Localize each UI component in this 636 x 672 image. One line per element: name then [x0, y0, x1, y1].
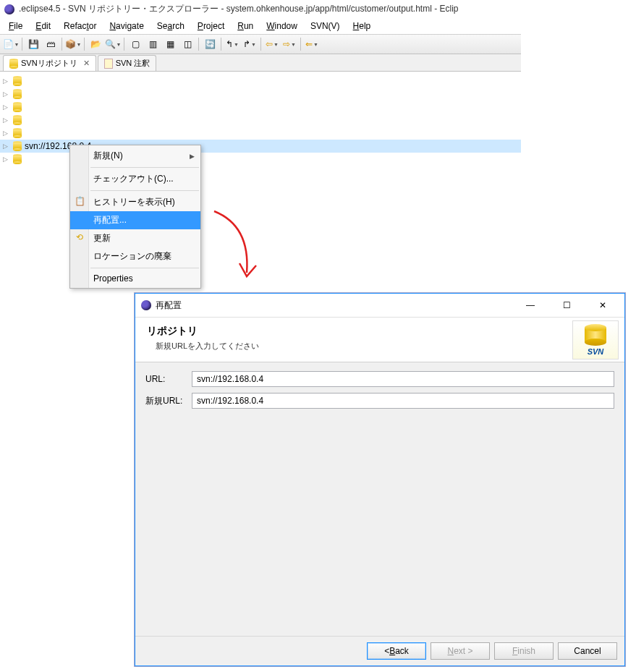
layout-4-button[interactable]: ◫ — [179, 36, 195, 52]
dialog-header: リポジトリ 新規URLを入力してください SVN — [135, 318, 624, 362]
menu-refactor[interactable]: Refactor — [58, 20, 102, 33]
context-separator — [90, 167, 199, 168]
layout-2-button[interactable]: ▥ — [145, 36, 161, 52]
tab-svn-repositories[interactable]: SVNリポジトリ ✕ — [3, 55, 96, 71]
back-button[interactable]: < Back — [367, 642, 426, 660]
context-discard[interactable]: ロケーションの廃棄 — [70, 247, 200, 265]
repository-icon — [13, 102, 22, 112]
svn-logo-text: SVN — [588, 347, 604, 356]
menu-edit[interactable]: Edit — [30, 20, 56, 33]
close-button[interactable]: ✕ — [587, 297, 619, 313]
submenu-arrow-icon: ▶ — [190, 153, 195, 160]
new-url-field-row: 新規URL: — [145, 393, 614, 409]
next-button[interactable]: Next > — [431, 642, 490, 660]
context-properties[interactable]: Properties — [70, 271, 200, 286]
title-bar: .eclipse4.5 - SVN リポジトリー・エクスプローラー - syst… — [0, 0, 521, 18]
save-button[interactable]: 💾 — [25, 36, 41, 52]
toolbar-separator — [22, 38, 22, 51]
context-separator — [90, 190, 199, 191]
new-url-input[interactable] — [192, 393, 614, 409]
url-input[interactable] — [192, 371, 614, 387]
tree-item[interactable]: ▷ — [0, 101, 521, 114]
tab-label: SVNリポジトリ — [21, 58, 77, 69]
dialog-subtext: 新規URLを入力してください — [147, 341, 613, 352]
eclipse-icon — [4, 4, 14, 14]
eclipse-icon — [141, 300, 151, 310]
repository-icon — [13, 141, 22, 151]
tree-item[interactable]: ▷ — [0, 114, 521, 127]
context-refresh[interactable]: ⟲ 更新 — [70, 229, 200, 247]
refresh-icon: ⟲ — [74, 231, 85, 243]
finish-button[interactable]: Finish — [494, 642, 554, 660]
forward-button[interactable]: ⇨▼ — [281, 36, 297, 52]
context-item-label: チェックアウト(C)... — [93, 173, 174, 185]
minimize-button[interactable]: — — [514, 297, 546, 313]
tab-svn-annotate[interactable]: SVN 注釈 — [98, 55, 157, 71]
menu-window[interactable]: Window — [260, 20, 303, 33]
repository-icon — [13, 115, 22, 125]
context-item-label: 新規(N) — [93, 150, 123, 162]
back-button[interactable]: ⇦▼ — [264, 36, 280, 52]
context-checkout[interactable]: チェックアウト(C)... — [70, 170, 200, 188]
tree-item[interactable]: ▷ — [0, 127, 521, 140]
url-label: URL: — [145, 374, 186, 384]
context-new[interactable]: 新規(N) ▶ — [70, 147, 200, 165]
tree-item[interactable]: ▷ — [0, 88, 521, 101]
context-separator — [90, 268, 199, 268]
toolbar-separator — [300, 38, 301, 51]
toolbar-separator — [84, 38, 85, 51]
svn-logo: SVN — [572, 320, 619, 360]
context-item-label: 再配置... — [93, 214, 127, 226]
context-menu: 新規(N) ▶ チェックアウト(C)... 📋 ヒストリーを表示(H) 再配置.… — [69, 145, 201, 289]
new-button[interactable]: 📄▼ — [3, 36, 19, 52]
package-button[interactable]: 📦▼ — [65, 36, 81, 52]
toolbar-separator — [198, 38, 199, 51]
toolbar: 📄▼ 💾 🗃 📦▼ 📂 🔍▼ ▢ ▥ ▦ ◫ 🔄 ↰▼ ↱▼ ⇦▼ ⇨▼ ⇐▼ — [0, 34, 521, 54]
window-title: .eclipse4.5 - SVN リポジトリー・エクスプローラー - syst… — [19, 3, 459, 15]
context-item-label: ヒストリーを表示(H) — [93, 196, 175, 208]
url-field-row: URL: — [145, 371, 614, 387]
context-item-label: 更新 — [93, 232, 111, 244]
tree-item[interactable]: ▷ — [0, 75, 521, 88]
history-icon: 📋 — [74, 195, 85, 207]
cancel-button[interactable]: Cancel — [558, 642, 617, 660]
context-history[interactable]: 📋 ヒストリーを表示(H) — [70, 193, 200, 211]
document-icon — [104, 59, 113, 69]
menu-search[interactable]: Search — [151, 20, 190, 33]
menu-run[interactable]: Run — [232, 20, 259, 33]
menu-svn[interactable]: SVN(V) — [305, 20, 346, 33]
dialog-heading: リポジトリ — [147, 325, 613, 338]
open-button[interactable]: 📂 — [88, 36, 103, 52]
history-back-button[interactable]: ⇐▼ — [304, 36, 320, 52]
relocate-dialog: 再配置 — ☐ ✕ リポジトリ 新規URLを入力してください SVN URL: … — [135, 293, 625, 666]
menu-file[interactable]: File — [3, 20, 28, 33]
layout-1-button[interactable]: ▢ — [127, 36, 143, 52]
repository-icon — [13, 76, 22, 86]
context-item-label: ロケーションの廃棄 — [93, 250, 171, 263]
new-url-label: 新規URL: — [145, 395, 186, 407]
repository-icon — [13, 154, 22, 164]
layout-3-button[interactable]: ▦ — [162, 36, 178, 52]
dialog-titlebar: 再配置 — ☐ ✕ — [135, 294, 624, 318]
context-relocate[interactable]: 再配置... — [70, 211, 200, 229]
nav-up-button[interactable]: ↰▼ — [224, 36, 240, 52]
repository-icon — [13, 89, 22, 99]
save-all-button[interactable]: 🗃 — [43, 36, 59, 52]
sync-button[interactable]: 🔄 — [202, 36, 218, 52]
context-item-label: Properties — [93, 273, 133, 284]
repository-icon — [9, 59, 18, 69]
toolbar-separator — [62, 38, 62, 51]
maximize-button[interactable]: ☐ — [551, 297, 582, 313]
dialog-body: URL: 新規URL: — [135, 362, 624, 636]
menu-help[interactable]: Help — [347, 20, 377, 33]
dialog-footer: < Back Next > Finish Cancel — [135, 636, 624, 665]
menu-bar: File Edit Refactor Navigate Search Proje… — [0, 18, 521, 34]
repository-icon — [13, 128, 22, 138]
menu-navigate[interactable]: Navigate — [103, 20, 149, 33]
tab-label: SVN 注釈 — [116, 58, 150, 69]
tab-close-icon[interactable]: ✕ — [83, 59, 90, 68]
menu-project[interactable]: Project — [192, 20, 230, 33]
toolbar-separator — [260, 38, 261, 51]
search-button[interactable]: 🔍▼ — [105, 36, 121, 52]
nav-down-button[interactable]: ↱▼ — [242, 36, 258, 52]
